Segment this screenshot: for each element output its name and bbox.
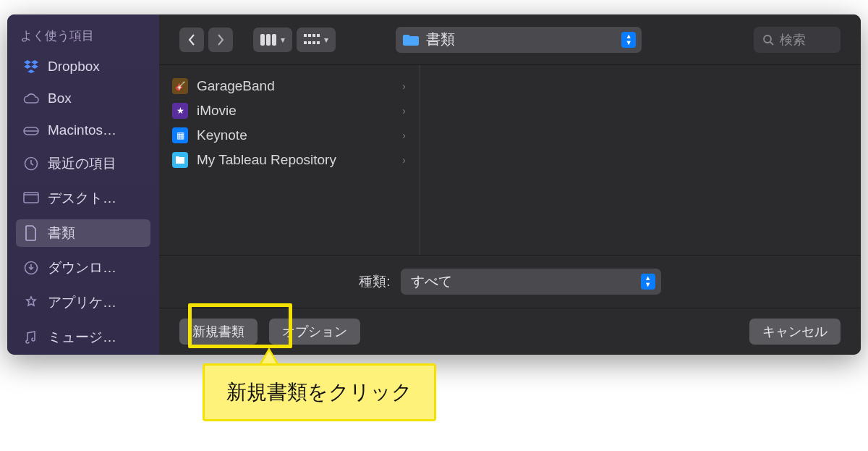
apps-icon bbox=[23, 295, 39, 311]
chevron-right-icon: › bbox=[402, 154, 406, 166]
updown-icon: ▲▼ bbox=[621, 32, 636, 48]
nav-buttons bbox=[179, 28, 233, 52]
location-label: 書類 bbox=[426, 30, 614, 49]
svg-rect-13 bbox=[304, 41, 307, 44]
sidebar-item-box[interactable]: Box bbox=[16, 86, 150, 111]
sidebar-item-label: ダウンロ… bbox=[48, 258, 116, 277]
file-row[interactable]: 🎸 GarageBand › bbox=[159, 74, 419, 98]
svg-rect-15 bbox=[312, 41, 315, 44]
annotation-callout-tail bbox=[259, 347, 279, 365]
sidebar-item-label: Dropbox bbox=[48, 59, 100, 75]
dropbox-icon bbox=[23, 59, 39, 75]
sidebar: よく使う項目 Dropbox Box Macintos… 最近の項目 bbox=[7, 14, 159, 355]
sidebar-item-label: Macintos… bbox=[48, 122, 116, 138]
location-select[interactable]: 書類 ▲▼ bbox=[396, 27, 642, 53]
file-name: My Tableau Repository bbox=[197, 152, 393, 168]
folder-icon: ★ bbox=[172, 103, 188, 119]
svg-point-17 bbox=[764, 35, 771, 43]
sidebar-item-label: 最近の項目 bbox=[48, 154, 116, 173]
search-input[interactable]: 検索 bbox=[754, 27, 841, 53]
file-name: Keynote bbox=[197, 127, 393, 143]
file-open-dialog: よく使う項目 Dropbox Box Macintos… 最近の項目 bbox=[7, 14, 861, 355]
chevron-right-icon: › bbox=[402, 130, 406, 141]
updown-icon: ▲▼ bbox=[641, 274, 655, 290]
file-browser: 🎸 GarageBand › ★ iMovie › ▦ Keynote › bbox=[159, 65, 861, 256]
chevron-down-icon: ▾ bbox=[281, 35, 285, 45]
sidebar-item-label: ミュージ… bbox=[48, 328, 116, 347]
filter-value: すべて bbox=[411, 272, 641, 291]
file-column-2 bbox=[420, 65, 861, 255]
options-button[interactable]: オプション bbox=[269, 319, 360, 345]
cloud-icon bbox=[23, 90, 39, 106]
sidebar-item-macintosh[interactable]: Macintos… bbox=[16, 118, 150, 143]
sidebar-item-desktop[interactable]: デスクト… bbox=[16, 185, 150, 212]
search-placeholder: 検索 bbox=[780, 31, 806, 49]
document-icon bbox=[23, 225, 39, 241]
sidebar-item-label: 書類 bbox=[48, 224, 75, 243]
drive-icon bbox=[23, 122, 39, 138]
sidebar-item-label: デスクト… bbox=[48, 189, 116, 208]
sidebar-heading: よく使う項目 bbox=[16, 28, 150, 47]
file-type-select[interactable]: すべて ▲▼ bbox=[401, 269, 661, 295]
sidebar-item-dropbox[interactable]: Dropbox bbox=[16, 54, 150, 79]
file-row[interactable]: ▦ Keynote › bbox=[159, 123, 419, 148]
sidebar-item-label: アプリケ… bbox=[48, 293, 116, 312]
file-row[interactable]: ★ iMovie › bbox=[159, 98, 419, 123]
svg-rect-11 bbox=[312, 34, 315, 37]
toolbar: ▾ ▾ 書類 ▲▼ bbox=[159, 14, 861, 65]
folder-icon: ▦ bbox=[172, 127, 188, 143]
cancel-button[interactable]: キャンセル bbox=[749, 319, 841, 345]
filter-bar: 種類: すべて ▲▼ bbox=[159, 256, 861, 308]
download-icon bbox=[23, 260, 39, 276]
group-button[interactable]: ▾ bbox=[297, 28, 336, 52]
file-name: GarageBand bbox=[197, 78, 393, 94]
back-button[interactable] bbox=[179, 28, 204, 52]
chevron-down-icon: ▾ bbox=[324, 35, 328, 45]
desktop-icon bbox=[23, 190, 39, 206]
chevron-right-icon: › bbox=[402, 105, 406, 117]
sidebar-item-music[interactable]: ミュージ… bbox=[16, 324, 150, 351]
svg-rect-14 bbox=[308, 41, 311, 44]
filter-label: 種類: bbox=[359, 272, 390, 291]
folder-icon: 🎸 bbox=[172, 78, 188, 94]
svg-rect-16 bbox=[317, 41, 320, 44]
svg-rect-8 bbox=[272, 34, 276, 46]
sidebar-item-recents[interactable]: 最近の項目 bbox=[16, 150, 150, 177]
chevron-right-icon: › bbox=[402, 80, 406, 92]
svg-rect-7 bbox=[266, 34, 271, 46]
svg-line-18 bbox=[770, 42, 773, 45]
sidebar-item-applications[interactable]: アプリケ… bbox=[16, 289, 150, 316]
search-icon bbox=[762, 34, 774, 46]
folder-icon bbox=[403, 33, 419, 46]
svg-rect-6 bbox=[260, 34, 265, 46]
sidebar-item-documents[interactable]: 書類 bbox=[16, 219, 150, 247]
file-column-1[interactable]: 🎸 GarageBand › ★ iMovie › ▦ Keynote › bbox=[159, 65, 420, 255]
svg-rect-12 bbox=[317, 34, 320, 37]
svg-rect-9 bbox=[304, 34, 307, 37]
clock-icon bbox=[23, 156, 39, 172]
main-panel: ▾ ▾ 書類 ▲▼ bbox=[159, 14, 861, 355]
new-document-button[interactable]: 新規書類 bbox=[179, 319, 258, 345]
music-icon bbox=[23, 329, 39, 345]
view-mode-group: ▾ ▾ bbox=[253, 28, 336, 52]
file-row[interactable]: My Tableau Repository › bbox=[159, 148, 419, 172]
sidebar-item-label: Box bbox=[48, 90, 72, 106]
annotation-callout: 新規書類をクリック bbox=[203, 363, 436, 421]
folder-icon bbox=[172, 152, 188, 168]
file-name: iMovie bbox=[197, 103, 393, 119]
sidebar-item-downloads[interactable]: ダウンロ… bbox=[16, 254, 150, 282]
forward-button[interactable] bbox=[208, 28, 233, 52]
svg-rect-10 bbox=[308, 34, 311, 37]
column-view-button[interactable]: ▾ bbox=[253, 28, 292, 52]
svg-rect-3 bbox=[24, 193, 38, 203]
